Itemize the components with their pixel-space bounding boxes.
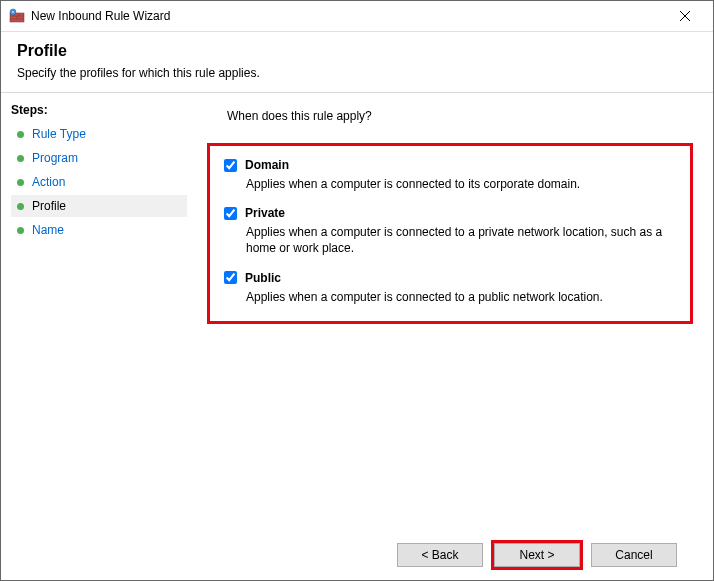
option-label: Public [245,271,281,285]
option-label-row[interactable]: Public [224,271,676,285]
profile-option-private: PrivateApplies when a computer is connec… [224,206,676,256]
question-text: When does this rule apply? [227,109,693,123]
window-title: New Inbound Rule Wizard [31,9,665,23]
content-pane: When does this rule apply? DomainApplies… [187,93,713,580]
step-label: Action [32,175,65,189]
step-bullet-icon [17,203,24,210]
page-title: Profile [17,42,697,60]
close-icon [680,11,690,21]
wizard-body: Steps: Rule TypeProgramActionProfileName… [1,93,713,580]
next-button[interactable]: Next > [494,543,580,567]
private-checkbox[interactable] [224,207,237,220]
step-bullet-icon [17,227,24,234]
step-bullet-icon [17,179,24,186]
option-description: Applies when a computer is connected to … [246,224,676,256]
firewall-icon [9,8,25,24]
step-item-action[interactable]: Action [11,171,187,193]
step-item-program[interactable]: Program [11,147,187,169]
step-item-rule-type[interactable]: Rule Type [11,123,187,145]
wizard-header: Profile Specify the profiles for which t… [1,32,713,93]
close-button[interactable] [665,1,705,31]
option-label-row[interactable]: Domain [224,158,676,172]
steps-sidebar: Steps: Rule TypeProgramActionProfileName [1,93,187,580]
option-label: Domain [245,158,289,172]
step-label: Name [32,223,64,237]
option-label-row[interactable]: Private [224,206,676,220]
option-description: Applies when a computer is connected to … [246,289,676,305]
next-button-highlighted: Next > [491,540,583,570]
step-item-profile[interactable]: Profile [11,195,187,217]
step-label: Profile [32,199,66,213]
step-bullet-icon [17,155,24,162]
wizard-footer: < Back Next > Cancel [207,530,693,580]
steps-label: Steps: [11,103,187,117]
profile-option-domain: DomainApplies when a computer is connect… [224,158,676,192]
page-subtitle: Specify the profiles for which this rule… [17,66,697,80]
domain-checkbox[interactable] [224,159,237,172]
wizard-window: New Inbound Rule Wizard Profile Specify … [0,0,714,581]
profile-option-public: PublicApplies when a computer is connect… [224,271,676,305]
step-label: Rule Type [32,127,86,141]
step-item-name[interactable]: Name [11,219,187,241]
profile-options-highlighted: DomainApplies when a computer is connect… [207,143,693,324]
titlebar: New Inbound Rule Wizard [1,1,713,32]
public-checkbox[interactable] [224,271,237,284]
option-description: Applies when a computer is connected to … [246,176,676,192]
step-bullet-icon [17,131,24,138]
cancel-button[interactable]: Cancel [591,543,677,567]
back-button[interactable]: < Back [397,543,483,567]
step-label: Program [32,151,78,165]
option-label: Private [245,206,285,220]
